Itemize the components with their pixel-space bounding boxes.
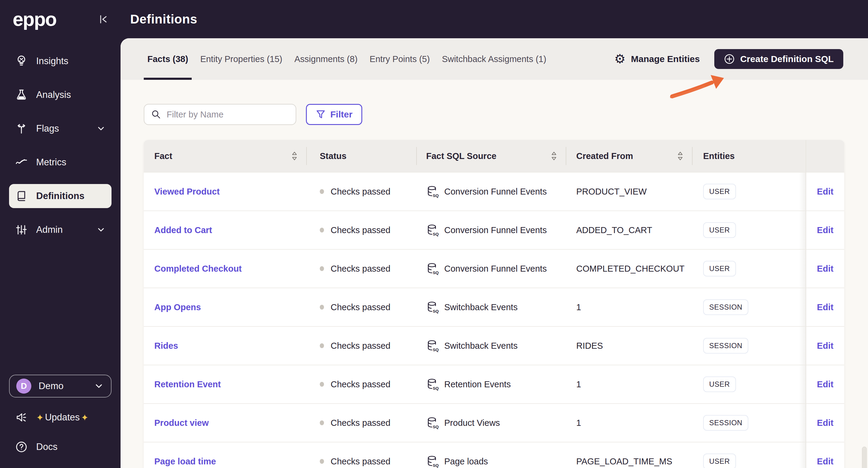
edit-link[interactable]: Edit [817, 457, 834, 467]
collapse-sidebar-icon[interactable] [97, 13, 110, 26]
edit-cell: Edit [806, 403, 844, 442]
edit-link[interactable]: Edit [817, 418, 834, 428]
sidebar-header: eppo [0, 0, 121, 38]
sidebar-item-admin[interactable]: Admin [9, 218, 112, 242]
fact-link[interactable]: Viewed Product [154, 187, 220, 197]
edit-link[interactable]: Edit [817, 187, 834, 197]
tab-switchback-assigments[interactable]: Switchback Assigments (1) [438, 38, 550, 80]
plus-circle-icon [724, 54, 735, 64]
created-from-cell: 1 [566, 365, 692, 403]
fact-sql-source-cell: SQL Retention Events [416, 365, 566, 403]
status-dot [320, 459, 324, 464]
sidebar-item-label: Analysis [36, 90, 71, 100]
svg-text:SQL: SQL [433, 232, 439, 236]
sliders-icon [14, 223, 28, 237]
tab-entity-properties[interactable]: Entity Properties (15) [196, 38, 286, 80]
edit-link[interactable]: Edit [817, 225, 834, 235]
filter-by-name-input[interactable] [167, 110, 289, 120]
edit-link[interactable]: Edit [817, 341, 834, 351]
tabs-bar: Facts (38) Entity Properties (15) Assign… [121, 38, 868, 80]
sql-database-icon: SQL [426, 224, 439, 236]
sidebar-item-label: Flags [36, 123, 59, 134]
entity-badge: USER [703, 376, 736, 392]
sidebar-item-updates[interactable]: ✦Updates✦ [9, 408, 112, 427]
table-row: Added to Cart Checks passed SQL Conversi… [144, 210, 844, 249]
fact-sql-source-cell: SQL Product Views [416, 403, 566, 442]
status-dot [320, 266, 324, 271]
fact-link[interactable]: Product view [154, 418, 209, 428]
fact-cell: Product view [144, 403, 306, 442]
fact-link[interactable]: App Opens [154, 302, 201, 312]
search-box [144, 104, 296, 125]
status-text: Checks passed [331, 379, 390, 390]
created-from-cell: RIDES [566, 326, 692, 365]
filter-row: Filter [144, 104, 844, 125]
sidebar-item-definitions[interactable]: Definitions [9, 184, 112, 208]
sidebar-item-metrics[interactable]: Metrics [9, 150, 112, 174]
sidebar-item-analysis[interactable]: Analysis [9, 83, 112, 107]
table-row: Rides Checks passed SQL Switchback Event… [144, 326, 844, 365]
sql-database-icon: SQL [426, 455, 439, 468]
tab-facts[interactable]: Facts (38) [144, 38, 192, 80]
sql-database-icon: SQL [426, 416, 439, 429]
entities-cell: USER [692, 210, 806, 249]
edit-link[interactable]: Edit [817, 302, 834, 312]
entities-cell: SESSION [692, 288, 806, 326]
sparkle-icon: ✦ [81, 412, 89, 423]
status-dot [320, 305, 324, 310]
sidebar-item-flags[interactable]: Flags [9, 116, 112, 141]
sort-icon[interactable] [550, 151, 558, 161]
status-text: Checks passed [331, 457, 390, 467]
edit-cell: Edit [806, 326, 844, 365]
fact-sql-source-cell: SQL Conversion Funnel Events [416, 172, 566, 210]
fact-link[interactable]: Retention Event [154, 379, 221, 390]
help-circle-icon [14, 440, 28, 454]
manage-entities-button[interactable]: ⚙ Manage Entities [614, 53, 700, 65]
column-header-status: Status [306, 140, 416, 172]
table-row: Page load time Checks passed SQL Page lo… [144, 442, 844, 468]
tab-assignments[interactable]: Assignments (8) [291, 38, 361, 80]
svg-text:SQL: SQL [433, 270, 439, 275]
branch-arrows-icon [14, 122, 28, 136]
fact-link[interactable]: Completed Checkout [154, 264, 242, 274]
scrollbar-thumb[interactable] [862, 446, 867, 468]
edit-cell: Edit [806, 210, 844, 249]
fact-link[interactable]: Added to Cart [154, 225, 212, 235]
eppo-logo: eppo [13, 8, 56, 30]
sort-icon[interactable] [676, 151, 684, 161]
source-name: Page loads [444, 457, 488, 467]
chevron-down-icon [96, 124, 106, 134]
svg-text:SQL: SQL [433, 347, 439, 352]
fact-cell: Rides [144, 326, 306, 365]
workspace-selector[interactable]: D Demo [9, 375, 112, 398]
entity-badge: SESSION [703, 299, 748, 315]
edit-link[interactable]: Edit [817, 379, 834, 390]
create-definition-sql-button[interactable]: Create Definition SQL [714, 49, 843, 69]
entity-badge: USER [703, 454, 736, 468]
entity-badge: USER [703, 184, 736, 199]
fact-sql-source-cell: SQL Conversion Funnel Events [416, 210, 566, 249]
column-header-created-from: Created From [566, 140, 692, 172]
entities-cell: SESSION [692, 326, 806, 365]
fact-link[interactable]: Rides [154, 341, 178, 351]
entities-cell: USER [692, 172, 806, 210]
created-from-cell: 1 [566, 403, 692, 442]
sort-icon[interactable] [290, 151, 299, 161]
column-header-actions [806, 140, 844, 172]
filter-button[interactable]: Filter [306, 104, 362, 125]
created-from-cell: PAGE_LOAD_TIME_MS [566, 442, 692, 468]
svg-text:SQL: SQL [433, 193, 439, 198]
tab-entry-points[interactable]: Entry Points (5) [366, 38, 433, 80]
sidebar-item-docs[interactable]: Docs [9, 437, 112, 457]
fact-cell: App Opens [144, 288, 306, 326]
fact-link[interactable]: Page load time [154, 457, 216, 467]
table-body: Viewed Product Checks passed SQL Convers… [144, 172, 844, 468]
book-icon [14, 189, 28, 203]
sidebar-item-insights[interactable]: Insights [9, 49, 112, 73]
edit-cell: Edit [806, 249, 844, 288]
edit-link[interactable]: Edit [817, 264, 834, 274]
status-text: Checks passed [331, 264, 390, 274]
fact-sql-source-cell: SQL Switchback Events [416, 288, 566, 326]
sidebar-nav: Insights Analysis Flags [0, 38, 121, 242]
edit-cell: Edit [806, 442, 844, 468]
